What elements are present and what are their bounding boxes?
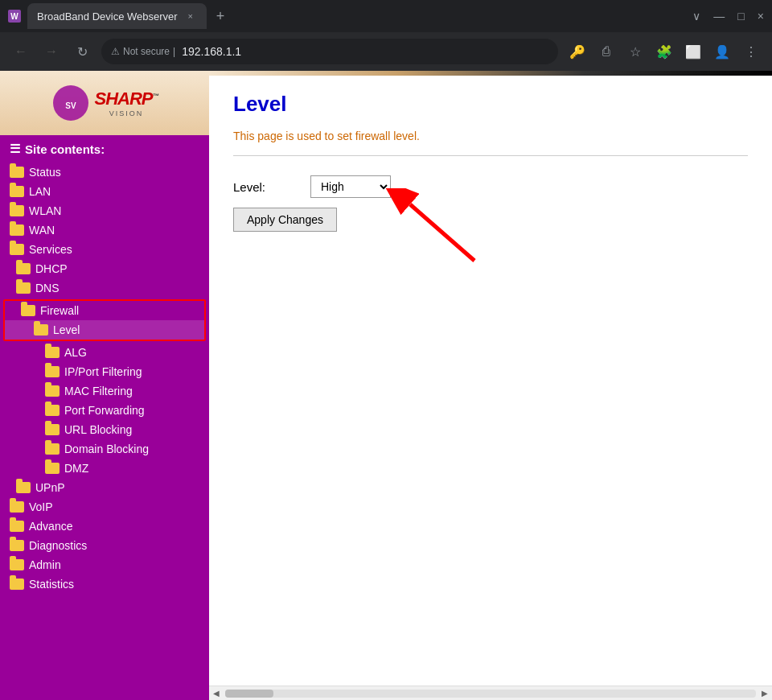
folder-icon	[45, 424, 60, 435]
folder-icon	[10, 559, 24, 570]
main-content: Level This page is used to set firewall …	[209, 76, 772, 686]
not-secure-indicator: ⚠ Not secure |	[111, 46, 175, 57]
warning-icon: ⚠	[111, 46, 120, 57]
chevron-down-icon[interactable]: ∨	[692, 10, 700, 23]
sidebar-item-label: DHCP	[35, 262, 68, 275]
browser-tab[interactable]: BroadBand Device Webserver ×	[27, 3, 207, 29]
window-controls: ∨ — □ ×	[692, 10, 764, 23]
menu-icon[interactable]: ⋮	[740, 40, 762, 63]
tab-title: BroadBand Device Webserver	[37, 10, 178, 23]
sidebar-item-status[interactable]: Status	[0, 163, 209, 182]
scroll-left-arrow[interactable]: ◀	[209, 686, 224, 701]
level-form-row: Level: High Medium Low	[233, 175, 748, 198]
divider	[233, 155, 748, 156]
sidebar-item-voip[interactable]: VoIP	[0, 497, 209, 517]
key-icon[interactable]: 🔑	[566, 40, 589, 63]
apply-changes-button[interactable]: Apply Changes	[233, 208, 337, 232]
sidebar-item-label: URL Blocking	[64, 423, 132, 436]
page-title: Level	[233, 92, 748, 117]
minimize-button[interactable]: —	[713, 10, 725, 23]
folder-icon	[10, 540, 24, 551]
sidebar-item-lan[interactable]: LAN	[0, 182, 209, 201]
sidebar-item-label: DMZ	[64, 462, 88, 475]
sidebar-item-dmz[interactable]: DMZ	[0, 459, 209, 478]
address-bar[interactable]: ⚠ Not secure | 192.168.1.1	[101, 39, 558, 64]
folder-icon	[16, 282, 31, 294]
sidebar-item-label: Diagnostics	[29, 539, 87, 552]
folder-icon	[16, 263, 31, 274]
description-text: This page is used to set firewall level.	[233, 130, 748, 142]
sidebar-item-mac-filtering[interactable]: MAC Filtering	[0, 381, 209, 401]
sidebar-item-firewall[interactable]: Firewall	[5, 301, 204, 320]
folder-icon	[34, 324, 48, 336]
browser-toolbar: ← → ↻ ⚠ Not secure | 192.168.1.1 🔑 ⎙ ☆ 🧩…	[0, 32, 772, 71]
sidebar-item-alg[interactable]: ALG	[0, 343, 209, 362]
scroll-thumb[interactable]	[225, 690, 273, 698]
sidebar-item-label: Statistics	[29, 578, 74, 591]
folder-icon	[45, 463, 60, 474]
scroll-track	[225, 690, 756, 698]
sidebar-item-ip-port-filtering[interactable]: IP/Port Filtering	[0, 362, 209, 381]
folder-icon	[16, 482, 31, 493]
sidebar-header: ☰ Site contents:	[0, 135, 209, 163]
sidebar-item-admin[interactable]: Admin	[0, 555, 209, 574]
folder-icon	[10, 521, 24, 532]
sidebar-item-upnp[interactable]: UPnP	[0, 478, 209, 497]
toolbar-right-icons: 🔑 ⎙ ☆ 🧩 ⬜ 👤 ⋮	[566, 40, 762, 63]
sidebar-item-services[interactable]: Services	[0, 240, 209, 259]
sidebar-item-label: Level	[53, 323, 80, 336]
sidebar-item-label: DNS	[35, 282, 60, 294]
logo-icon: SV	[51, 83, 91, 123]
sidebar-item-wan[interactable]: WAN	[0, 220, 209, 240]
sidebar-item-label: Status	[29, 166, 61, 179]
sidebar-item-level[interactable]: Level	[5, 320, 204, 340]
sidebar-item-label: Advance	[29, 520, 72, 533]
folder-icon	[10, 186, 24, 197]
sidebar-item-dns[interactable]: DNS	[0, 278, 209, 298]
sidebar-item-advance[interactable]: Advance	[0, 517, 209, 536]
share-icon[interactable]: ⎙	[595, 40, 618, 63]
close-window-button[interactable]: ×	[758, 10, 764, 23]
refresh-button[interactable]: ↻	[71, 40, 93, 63]
browser-titlebar: W BroadBand Device Webserver × + ∨ — □ ×	[0, 0, 772, 32]
sidebar-icon[interactable]: ⬜	[682, 40, 704, 63]
level-select[interactable]: High Medium Low	[310, 175, 391, 198]
sidebar-item-diagnostics[interactable]: Diagnostics	[0, 536, 209, 555]
sidebar-item-statistics[interactable]: Statistics	[0, 574, 209, 594]
new-tab-button[interactable]: +	[213, 5, 228, 28]
menu-icon: ☰	[10, 142, 20, 156]
logo: SV SHARP™ VISION	[48, 79, 161, 127]
star-icon[interactable]: ☆	[624, 40, 647, 63]
sidebar-item-dhcp[interactable]: DHCP	[0, 259, 209, 278]
folder-icon	[10, 579, 24, 590]
sidebar-item-label: WLAN	[29, 204, 61, 217]
sidebar-item-label: IP/Port Filtering	[64, 365, 142, 378]
folder-icon	[10, 167, 24, 178]
folder-icon	[10, 205, 24, 216]
not-secure-label: Not secure	[123, 46, 170, 57]
sidebar-item-wlan[interactable]: WLAN	[0, 201, 209, 220]
sidebar-item-label: Domain Blocking	[64, 443, 149, 455]
sidebar-item-domain-blocking[interactable]: Domain Blocking	[0, 439, 209, 459]
sidebar-item-label: LAN	[29, 185, 51, 198]
level-label: Level:	[233, 180, 298, 194]
tab-close-icon[interactable]: ×	[184, 10, 197, 23]
sidebar-item-label: MAC Filtering	[64, 385, 133, 397]
forward-button[interactable]: →	[40, 40, 63, 63]
sidebar-item-port-forwarding[interactable]: Port Forwarding	[0, 401, 209, 420]
folder-icon	[45, 366, 60, 377]
sidebar-item-label: ALG	[64, 346, 87, 359]
scroll-right-arrow[interactable]: ▶	[758, 686, 772, 701]
address-text: 192.168.1.1	[182, 45, 241, 58]
folder-icon	[45, 405, 60, 416]
maximize-button[interactable]: □	[737, 10, 744, 23]
logo-area: SV SHARP™ VISION	[0, 71, 209, 135]
page-container: SV SHARP™ VISION ☰ Site contents:	[0, 71, 772, 700]
sidebar-item-label: Port Forwarding	[64, 404, 145, 417]
sidebar-item-url-blocking[interactable]: URL Blocking	[0, 420, 209, 439]
horizontal-scrollbar[interactable]: ◀ ▶	[209, 686, 772, 700]
profile-avatar[interactable]: 👤	[711, 40, 733, 63]
red-arrow-indicator	[386, 188, 491, 288]
back-button[interactable]: ←	[10, 40, 32, 63]
extensions-icon[interactable]: 🧩	[653, 40, 676, 63]
